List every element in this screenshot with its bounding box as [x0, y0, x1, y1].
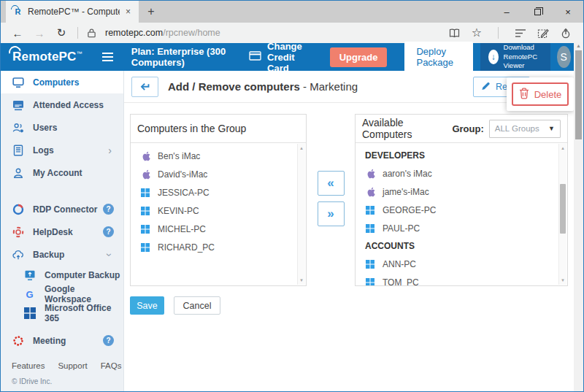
new-tab-button[interactable]: + [139, 1, 164, 23]
computer-row-george-pc[interactable]: GEORGE-PC [356, 201, 567, 219]
computer-row-richard-pc[interactable]: RICHARD_PC [131, 238, 306, 256]
chevron-down-icon: ▼ [548, 125, 555, 132]
back-nav-icon[interactable]: ← [7, 27, 28, 39]
delete-popup: Delete [507, 77, 574, 111]
helpdesk-icon [12, 226, 24, 238]
footer-link-faqs[interactable]: FAQs [101, 361, 122, 370]
computer-row-jessica-pc[interactable]: JESSICA-PC [131, 183, 306, 201]
computer-row-david-s-imac[interactable]: David's-iMac [131, 165, 306, 183]
download-icon: ↓ [488, 50, 499, 64]
sidebar-item-label: Computer Backup [45, 270, 120, 280]
help-badge[interactable]: ? [103, 335, 114, 346]
sidebar-item-attended-access[interactable]: Attended Access [1, 93, 123, 116]
reading-view-icon[interactable] [448, 28, 461, 39]
restore-button[interactable] [522, 1, 553, 23]
hub-icon[interactable] [515, 28, 526, 37]
delete-button[interactable]: Delete [512, 82, 569, 106]
url-host: remotepc.com [105, 28, 163, 38]
upgrade-button[interactable]: Upgrade [330, 47, 388, 67]
back-button[interactable] [131, 77, 158, 97]
main-content: Add / Remove computers - Marketing Renam… [124, 71, 583, 391]
apple-icon [365, 186, 375, 197]
sidebar-item-meeting[interactable]: Meeting? [1, 329, 123, 352]
sidebar-item-computers[interactable]: Computers [1, 71, 123, 93]
meeting-icon [12, 334, 24, 347]
scroll-up-icon[interactable]: ▴ [298, 145, 305, 151]
browser-window: R RemotePC™ - Compute × + – × ← → ↻ remo… [0, 0, 584, 392]
scroll-down-icon[interactable]: ▾ [559, 277, 566, 283]
close-button[interactable]: × [553, 1, 583, 23]
computer-row-kevin-pc[interactable]: KEVIN-PC [131, 201, 306, 220]
group-filter-select[interactable]: ALL Groups ▼ [489, 120, 561, 138]
save-button[interactable]: Save [130, 296, 164, 315]
move-to-group-button[interactable]: « [318, 171, 345, 196]
toolbar-right-icons: ☆ [448, 27, 577, 39]
page-title: Add / Remove computers - Marketing [168, 80, 358, 93]
google-workspace-icon: G [23, 288, 36, 301]
web-note-icon[interactable] [537, 28, 549, 39]
computer-row-tom-pc[interactable]: TOM_PC [356, 273, 567, 285]
sidebar-item-users[interactable]: Users [1, 116, 123, 139]
address-bar[interactable]: remotepc.com/rpcnew/home [105, 28, 220, 38]
remotepc-favicon-icon: R [12, 7, 23, 18]
trademark: ™ [77, 50, 82, 57]
favorites-star-icon[interactable]: ☆ [472, 27, 482, 39]
change-credit-card-button[interactable]: Change Credit Card [249, 41, 319, 74]
group-filter-label: Group: [452, 123, 483, 134]
tab-bar: R RemotePC™ - Compute × + – × [1, 1, 583, 23]
refresh-icon[interactable]: ↻ [50, 26, 72, 39]
right-list-scrollbar[interactable]: ▴ ▾ [558, 144, 566, 285]
attended-access-icon [12, 99, 24, 111]
sidebar-item-label: Logs [33, 145, 54, 155]
minimize-button[interactable]: – [491, 1, 522, 23]
computer-row-jame-s-imac[interactable]: jame's-iMac [356, 182, 567, 201]
users-icon [12, 121, 24, 134]
computer-row-michel-pc[interactable]: MICHEL-PC [131, 220, 306, 238]
windows-icon [140, 188, 150, 197]
windows-icon [365, 206, 375, 215]
remove-from-group-button[interactable]: » [318, 201, 345, 226]
sidebar-item-my-account[interactable]: My Account [1, 161, 123, 184]
group-computers-panel: Computers in the Group Ben's iMacDavid's… [130, 114, 307, 286]
share-icon[interactable] [560, 28, 572, 39]
tab-close-icon[interactable]: × [124, 7, 132, 17]
apple-icon [365, 168, 375, 179]
deploy-package-button[interactable]: Deploy Package [404, 42, 473, 72]
forward-nav-icon[interactable]: → [28, 27, 50, 39]
group-name: - Marketing [303, 80, 358, 93]
sidebar-item-helpdesk[interactable]: HelpDesk? [1, 220, 123, 243]
available-computers-panel: Available Computers Group: ALL Groups ▼ … [355, 114, 568, 286]
footer-link-support[interactable]: Support [58, 361, 87, 370]
tab-title: RemotePC™ - Compute [28, 7, 120, 17]
sidebar-item-label: Attended Access [33, 100, 104, 110]
windows-icon [140, 207, 150, 215]
scrollbar-thumb[interactable] [560, 184, 566, 234]
footer-link-features[interactable]: Features [12, 361, 45, 370]
plan-text: Plan: Enterprise (300 Computers) [131, 46, 249, 68]
sidebar-item-google-workspace[interactable]: GGoogle Workspace [1, 285, 123, 304]
scroll-up-icon[interactable]: ▴ [559, 145, 566, 151]
user-avatar[interactable]: S [557, 46, 572, 68]
sidebar-item-computer-backup[interactable]: Computer Backup [1, 266, 123, 285]
sidebar-item-logs[interactable]: Logs› [1, 139, 123, 161]
scroll-up-icon[interactable]: ▲ [574, 43, 583, 48]
sidebar-item-microsoft-office-365[interactable]: Microsoft Office 365 [1, 304, 123, 323]
sidebar-item-backup[interactable]: Backup› [1, 243, 123, 266]
menu-icon[interactable] [102, 53, 113, 61]
sidebar-item-label: RDP Connector [33, 204, 97, 215]
computer-row-paul-pc[interactable]: PAUL-PC [356, 219, 567, 237]
scroll-down-icon[interactable]: ▾ [298, 277, 305, 283]
download-viewer-button[interactable]: ↓ DownloadRemotePC Viewer [480, 43, 550, 71]
left-list-scrollbar[interactable]: ▴ ▾ [297, 144, 305, 285]
header-right-group: Change Credit Card Upgrade Deploy Packag… [249, 43, 583, 71]
page-scrollbar[interactable]: ▲ [574, 42, 583, 391]
cancel-button[interactable]: Cancel [174, 296, 220, 315]
browser-tab[interactable]: R RemotePC™ - Compute × [6, 1, 139, 23]
sidebar-item-rdp-connector[interactable]: RDP Connector? [1, 198, 123, 220]
computer-row-aaron-s-imac[interactable]: aaron's iMac [356, 164, 567, 182]
help-badge[interactable]: ? [103, 204, 114, 215]
page-scrollbar-thumb[interactable] [575, 50, 582, 139]
help-badge[interactable]: ? [103, 226, 114, 237]
computer-row-ann-pc[interactable]: ANN-PC [356, 255, 567, 273]
computer-row-ben-s-imac[interactable]: Ben's iMac [131, 147, 306, 165]
